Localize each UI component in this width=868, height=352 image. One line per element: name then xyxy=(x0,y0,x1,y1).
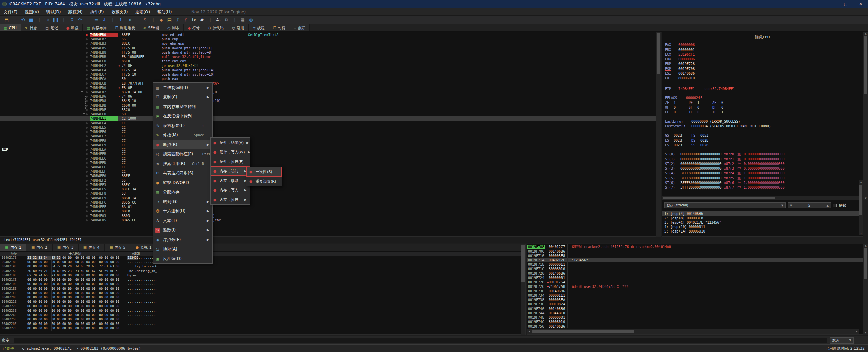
disasm-row[interactable]: 74DB4EE0 ∨ 5D pop ebp xyxy=(0,112,661,116)
disasm-row[interactable]: 74DB4EC4 ∨ FF75 14 push dword ptr ss:[eb… xyxy=(0,68,661,72)
disasm-row[interactable]: 74DB4EEE ∨ CC int3 xyxy=(0,165,661,169)
command-mode-select[interactable]: 默认▼ xyxy=(830,337,854,344)
disasm-row[interactable]: 74DB4EF8 ∨ 53 push ebx xyxy=(0,191,661,196)
tab-memory-map[interactable]: ▦ 内存布局 xyxy=(83,24,111,31)
disasm-row[interactable]: 74DB4EE5 ∨ CC int3 xyxy=(0,125,661,130)
tab-notes[interactable]: ▤ 笔记 xyxy=(41,24,62,31)
context-menu-item[interactable]: ✎ 修改(M) Space ▶ xyxy=(153,130,212,140)
dump-row[interactable]: 004021FE 00 00 00 00 00 00 00 00 00 00 0… xyxy=(0,291,525,295)
tab-references[interactable]: ◎ 引用 xyxy=(228,24,249,31)
menu-item[interactable]: 收藏夹(I) xyxy=(107,8,132,16)
breakpoint-dot[interactable] xyxy=(84,183,90,187)
dump-row[interactable]: 0040226E 00 00 00 00 00 00 00 00 00 00 0… xyxy=(0,322,525,326)
stack-row[interactable]: 0019F740 00140686 xyxy=(527,307,863,311)
disasm-row[interactable]: 74DB4ED6 ∨ 74 06 je user32.74DB4EDE xyxy=(0,94,661,99)
disasm-row[interactable]: 74DB4ED0 ∨ EB 0E jmp user32.74DB4EE0 xyxy=(0,86,661,90)
disasm-row[interactable]: 74DB4ECB ∨ E8 7077FAFF call <user32.GetW… xyxy=(0,81,661,86)
breakpoint-dot[interactable] xyxy=(84,196,90,200)
toolbar-separator[interactable]: | xyxy=(35,16,43,24)
disasm-row[interactable]: 74DB4EED ∨ CC int3 xyxy=(0,161,661,165)
breakpoint-dot[interactable] xyxy=(84,147,90,152)
stack-row[interactable]: 0019F70C 00140686 xyxy=(527,249,863,254)
menu-item[interactable]: 文件(F) xyxy=(0,8,21,16)
dump-row[interactable]: 004021BE 62 79 74 65 73 00 00 00 00 00 0… xyxy=(0,273,525,278)
breakpoint-dot[interactable] xyxy=(84,130,90,134)
shortcut-hash-icon[interactable]: # xyxy=(198,16,206,24)
stack-row[interactable]: 0019F718 00000011 xyxy=(527,262,863,267)
dump-tab-memory3[interactable]: ▦ 内存 3 xyxy=(53,244,79,251)
close-button[interactable]: ✕ xyxy=(853,0,868,8)
argument-row[interactable]: 4: [esp+10] 00000011 xyxy=(662,225,859,229)
calculator-icon[interactable]: ▦ xyxy=(239,16,247,24)
disasm-row[interactable]: 74DB4EE8 ∨ CC int3 xyxy=(0,138,661,143)
run-icon[interactable]: ➜ xyxy=(43,16,52,24)
context-menu-item[interactable]: ● 断点(B) ▶ xyxy=(153,140,212,149)
dump-row[interactable]: 0040224E 00 00 00 00 00 00 00 00 00 00 0… xyxy=(0,313,525,317)
breakpoint-dot[interactable] xyxy=(84,169,90,174)
step-into-source-icon[interactable]: ⇓ xyxy=(100,16,108,24)
stack-row[interactable]: 0019F724 00000001 xyxy=(527,276,863,280)
fpu-register-row[interactable]: ST(6) 3FFF8000000000000000 x87r6 空 1.000… xyxy=(662,181,863,185)
breakpoint-dot[interactable] xyxy=(84,209,90,214)
breakpoint-dot[interactable] xyxy=(84,178,90,183)
disasm-scrollbar[interactable] xyxy=(656,32,661,237)
fpu-register-row[interactable]: ST(5) 3FFF8000000000000000 x87r5 空 1.000… xyxy=(662,176,863,181)
disasm-row[interactable]: 74DB4EB2 ∨ 55 push ebp xyxy=(0,37,661,41)
pause-icon[interactable]: ❚❚ xyxy=(52,16,60,24)
stop-icon[interactable]: ■ xyxy=(27,16,35,24)
maximize-button[interactable]: ▢ xyxy=(838,0,853,8)
open-file-icon[interactable]: ⬒ xyxy=(3,16,11,24)
disasm-row[interactable]: 74DB4F05 ∨ 8945 EC mov dword ptr ss:[ebp… xyxy=(0,218,661,222)
globe-icon[interactable]: ◍ xyxy=(247,16,255,24)
stack-row[interactable]: 0019F730 00140686 xyxy=(527,289,863,293)
breakpoint-dot[interactable] xyxy=(84,81,90,86)
stack-row[interactable]: 0019F714 0040217E "123456" xyxy=(527,258,863,262)
menu-item[interactable]: 插件(P) xyxy=(86,8,108,16)
context-menu-item[interactable]: ⟳ 与表达式同步(S) ▶ xyxy=(153,168,212,178)
disasm-row[interactable]: 74DB4EB0 ∨ 8BFF mov edi,edi GetDlgItemTe… xyxy=(0,33,661,37)
dump-row[interactable]: 004021DE 00 00 00 00 00 00 00 00 00 00 0… xyxy=(0,282,525,286)
breakpoint-dot[interactable] xyxy=(84,33,90,37)
fpu-register-row[interactable]: ST(2) 00000000000000000000 x87r2 空 0.000… xyxy=(662,162,863,166)
context-menu-item[interactable]: ▣ 在反汇编中转到 ▶ xyxy=(153,111,212,121)
breakpoint-dot[interactable] xyxy=(84,165,90,169)
dump-tab-memory1[interactable]: ▦ 内存 1 xyxy=(0,244,26,251)
context-menu-item[interactable]: ▦ 分配内存 ▶ xyxy=(153,187,212,197)
context-menu-item[interactable]: ▥ 二进制编辑(I) ▶ xyxy=(153,83,212,92)
toolbar-separator[interactable]: | xyxy=(206,16,214,24)
breakpoint-dot[interactable] xyxy=(84,59,90,63)
arg-depth-spinner[interactable]: ▼ 5 ▲ xyxy=(788,202,831,208)
run-to-user-code-icon[interactable]: ⇥ xyxy=(125,16,133,24)
menu-item[interactable]: 跟踪(N) xyxy=(64,8,86,16)
register-row[interactable]: EAX 00000006 xyxy=(662,43,863,48)
disasm-row[interactable]: 74DB4EB5 ∨ FF75 0C push dword ptr ss:[eb… xyxy=(0,46,661,50)
tab-symbols[interactable]: ◆ 符号 xyxy=(184,24,204,31)
disasm-row[interactable]: 74DB4EE9 ∨ CC int3 xyxy=(0,143,661,147)
dump-scrollbar[interactable] xyxy=(521,244,525,335)
stack-hscrollbar[interactable]: ◀ ▶ xyxy=(527,329,859,334)
stack-row[interactable]: 0019F71C 80006010 xyxy=(527,267,863,271)
disasm-row[interactable]: 74DB4EFF ∨ 6A 01 push 1 xyxy=(0,205,661,209)
register-row[interactable]: ECX 53196CF1 xyxy=(662,52,863,57)
toolbar-separator[interactable]: | xyxy=(60,16,68,24)
toolbar-separator[interactable]: | xyxy=(231,16,239,24)
breakpoint-submenu-item[interactable]: ● 硬件，访问(A) ▶ xyxy=(211,138,250,147)
toolbar-separator[interactable]: | xyxy=(84,16,92,24)
argument-row[interactable]: 5: [esp+14] 80006010 xyxy=(662,229,859,234)
fpu-register-row[interactable]: ST(4) 3FFF8000000000000000 x87r4 空 1.000… xyxy=(662,171,863,176)
context-menu-item[interactable]: ◎ 搜索匹配特征(F)... Ctrl+B ▶ xyxy=(153,149,212,159)
breakpoint-dot[interactable] xyxy=(84,121,90,125)
tab-threads[interactable]: ⇉ 线程 xyxy=(249,24,269,31)
fpu-register-row[interactable]: ST(3) 00000000000000000000 x87r3 空 0.000… xyxy=(662,166,863,171)
breakpoint-dot[interactable] xyxy=(84,156,90,161)
breakpoint-submenu-item[interactable]: ● 内存，读取 ▶ xyxy=(211,176,250,185)
arguments-panel[interactable]: 1: [esp+4] 001406862: [esp+8] 000003E83:… xyxy=(662,211,859,235)
last-error-row[interactable]: LastStatus C0000034 (STATUS_OBJECT_NAME_… xyxy=(662,124,863,129)
stack-row[interactable]: 0019F738 000003EA xyxy=(527,298,863,302)
context-menu-item[interactable]: ➜ 转到(G) ▶ xyxy=(153,197,212,206)
context-menu-item[interactable]: ◆ 浮点数(F) ▶ xyxy=(153,235,212,244)
breakpoint-dot[interactable] xyxy=(84,134,90,138)
step-into-icon[interactable]: ↧ xyxy=(68,16,76,24)
dump-row[interactable]: 0040220E 00 00 00 00 00 00 00 00 00 00 0… xyxy=(0,295,525,300)
breakpoint-dot[interactable] xyxy=(84,143,90,147)
